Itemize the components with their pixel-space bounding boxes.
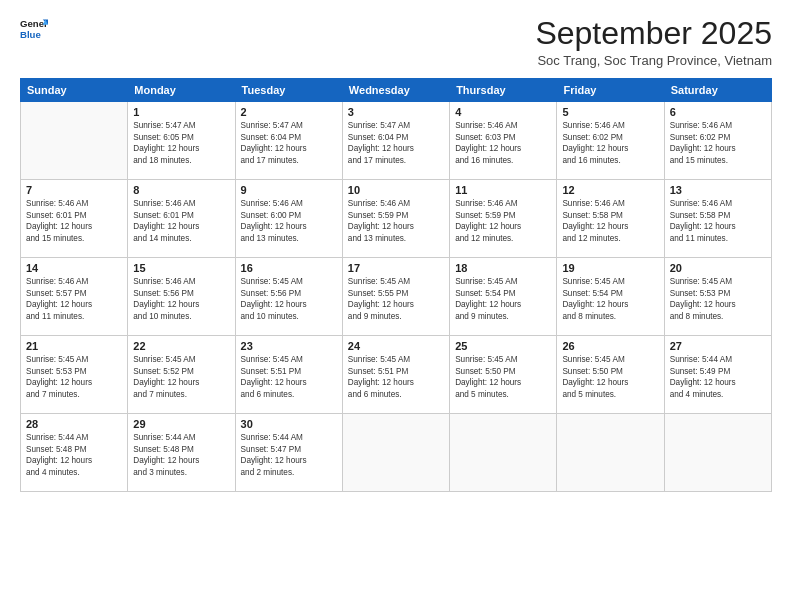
weekday-header-row: SundayMondayTuesdayWednesdayThursdayFrid… — [21, 79, 772, 102]
day-cell: 7Sunrise: 5:46 AM Sunset: 6:01 PM Daylig… — [21, 180, 128, 258]
weekday-saturday: Saturday — [664, 79, 771, 102]
day-number: 7 — [26, 184, 122, 196]
day-cell — [21, 102, 128, 180]
day-cell: 23Sunrise: 5:45 AM Sunset: 5:51 PM Dayli… — [235, 336, 342, 414]
weekday-thursday: Thursday — [450, 79, 557, 102]
calendar-table: SundayMondayTuesdayWednesdayThursdayFrid… — [20, 78, 772, 492]
day-number: 30 — [241, 418, 337, 430]
day-cell: 29Sunrise: 5:44 AM Sunset: 5:48 PM Dayli… — [128, 414, 235, 492]
day-number: 21 — [26, 340, 122, 352]
day-cell: 28Sunrise: 5:44 AM Sunset: 5:48 PM Dayli… — [21, 414, 128, 492]
day-cell: 17Sunrise: 5:45 AM Sunset: 5:55 PM Dayli… — [342, 258, 449, 336]
day-cell: 6Sunrise: 5:46 AM Sunset: 6:02 PM Daylig… — [664, 102, 771, 180]
logo: General Blue — [20, 16, 48, 44]
page-header: General Blue September 2025 Soc Trang, S… — [20, 16, 772, 68]
title-section: September 2025 Soc Trang, Soc Trang Prov… — [535, 16, 772, 68]
svg-text:Blue: Blue — [20, 29, 41, 40]
day-number: 1 — [133, 106, 229, 118]
week-row-1: 1Sunrise: 5:47 AM Sunset: 6:05 PM Daylig… — [21, 102, 772, 180]
day-info: Sunrise: 5:44 AM Sunset: 5:48 PM Dayligh… — [26, 432, 122, 478]
day-info: Sunrise: 5:46 AM Sunset: 6:03 PM Dayligh… — [455, 120, 551, 166]
day-cell: 15Sunrise: 5:46 AM Sunset: 5:56 PM Dayli… — [128, 258, 235, 336]
week-row-3: 14Sunrise: 5:46 AM Sunset: 5:57 PM Dayli… — [21, 258, 772, 336]
day-number: 16 — [241, 262, 337, 274]
day-cell — [450, 414, 557, 492]
day-cell: 10Sunrise: 5:46 AM Sunset: 5:59 PM Dayli… — [342, 180, 449, 258]
day-cell — [557, 414, 664, 492]
day-cell: 20Sunrise: 5:45 AM Sunset: 5:53 PM Dayli… — [664, 258, 771, 336]
day-number: 10 — [348, 184, 444, 196]
day-cell: 30Sunrise: 5:44 AM Sunset: 5:47 PM Dayli… — [235, 414, 342, 492]
day-number: 20 — [670, 262, 766, 274]
weekday-sunday: Sunday — [21, 79, 128, 102]
day-cell: 9Sunrise: 5:46 AM Sunset: 6:00 PM Daylig… — [235, 180, 342, 258]
day-number: 4 — [455, 106, 551, 118]
day-info: Sunrise: 5:44 AM Sunset: 5:49 PM Dayligh… — [670, 354, 766, 400]
weekday-wednesday: Wednesday — [342, 79, 449, 102]
day-info: Sunrise: 5:47 AM Sunset: 6:04 PM Dayligh… — [348, 120, 444, 166]
day-number: 8 — [133, 184, 229, 196]
month-title: September 2025 — [535, 16, 772, 51]
day-info: Sunrise: 5:46 AM Sunset: 5:59 PM Dayligh… — [455, 198, 551, 244]
day-cell — [664, 414, 771, 492]
day-info: Sunrise: 5:45 AM Sunset: 5:52 PM Dayligh… — [133, 354, 229, 400]
day-cell: 25Sunrise: 5:45 AM Sunset: 5:50 PM Dayli… — [450, 336, 557, 414]
day-number: 5 — [562, 106, 658, 118]
day-number: 12 — [562, 184, 658, 196]
day-cell: 16Sunrise: 5:45 AM Sunset: 5:56 PM Dayli… — [235, 258, 342, 336]
day-info: Sunrise: 5:45 AM Sunset: 5:50 PM Dayligh… — [562, 354, 658, 400]
location-subtitle: Soc Trang, Soc Trang Province, Vietnam — [535, 53, 772, 68]
day-cell: 24Sunrise: 5:45 AM Sunset: 5:51 PM Dayli… — [342, 336, 449, 414]
logo-icon: General Blue — [20, 16, 48, 44]
day-number: 11 — [455, 184, 551, 196]
week-row-4: 21Sunrise: 5:45 AM Sunset: 5:53 PM Dayli… — [21, 336, 772, 414]
day-cell: 22Sunrise: 5:45 AM Sunset: 5:52 PM Dayli… — [128, 336, 235, 414]
day-cell: 1Sunrise: 5:47 AM Sunset: 6:05 PM Daylig… — [128, 102, 235, 180]
day-cell: 27Sunrise: 5:44 AM Sunset: 5:49 PM Dayli… — [664, 336, 771, 414]
day-info: Sunrise: 5:44 AM Sunset: 5:47 PM Dayligh… — [241, 432, 337, 478]
day-info: Sunrise: 5:46 AM Sunset: 5:59 PM Dayligh… — [348, 198, 444, 244]
day-cell: 3Sunrise: 5:47 AM Sunset: 6:04 PM Daylig… — [342, 102, 449, 180]
day-cell: 8Sunrise: 5:46 AM Sunset: 6:01 PM Daylig… — [128, 180, 235, 258]
day-info: Sunrise: 5:45 AM Sunset: 5:53 PM Dayligh… — [26, 354, 122, 400]
day-cell: 14Sunrise: 5:46 AM Sunset: 5:57 PM Dayli… — [21, 258, 128, 336]
week-row-2: 7Sunrise: 5:46 AM Sunset: 6:01 PM Daylig… — [21, 180, 772, 258]
day-number: 27 — [670, 340, 766, 352]
day-info: Sunrise: 5:46 AM Sunset: 6:01 PM Dayligh… — [133, 198, 229, 244]
day-cell — [342, 414, 449, 492]
day-number: 14 — [26, 262, 122, 274]
day-number: 26 — [562, 340, 658, 352]
day-cell: 26Sunrise: 5:45 AM Sunset: 5:50 PM Dayli… — [557, 336, 664, 414]
day-cell: 5Sunrise: 5:46 AM Sunset: 6:02 PM Daylig… — [557, 102, 664, 180]
day-cell: 13Sunrise: 5:46 AM Sunset: 5:58 PM Dayli… — [664, 180, 771, 258]
day-number: 29 — [133, 418, 229, 430]
day-number: 19 — [562, 262, 658, 274]
day-info: Sunrise: 5:46 AM Sunset: 6:02 PM Dayligh… — [670, 120, 766, 166]
day-info: Sunrise: 5:47 AM Sunset: 6:04 PM Dayligh… — [241, 120, 337, 166]
day-info: Sunrise: 5:45 AM Sunset: 5:56 PM Dayligh… — [241, 276, 337, 322]
day-number: 22 — [133, 340, 229, 352]
day-number: 17 — [348, 262, 444, 274]
day-info: Sunrise: 5:45 AM Sunset: 5:50 PM Dayligh… — [455, 354, 551, 400]
day-cell: 12Sunrise: 5:46 AM Sunset: 5:58 PM Dayli… — [557, 180, 664, 258]
day-number: 13 — [670, 184, 766, 196]
day-number: 18 — [455, 262, 551, 274]
day-number: 9 — [241, 184, 337, 196]
day-info: Sunrise: 5:46 AM Sunset: 5:57 PM Dayligh… — [26, 276, 122, 322]
weekday-monday: Monday — [128, 79, 235, 102]
day-number: 23 — [241, 340, 337, 352]
day-number: 25 — [455, 340, 551, 352]
day-cell: 4Sunrise: 5:46 AM Sunset: 6:03 PM Daylig… — [450, 102, 557, 180]
day-info: Sunrise: 5:46 AM Sunset: 6:01 PM Dayligh… — [26, 198, 122, 244]
weekday-tuesday: Tuesday — [235, 79, 342, 102]
day-cell: 11Sunrise: 5:46 AM Sunset: 5:59 PM Dayli… — [450, 180, 557, 258]
calendar-body: 1Sunrise: 5:47 AM Sunset: 6:05 PM Daylig… — [21, 102, 772, 492]
day-info: Sunrise: 5:45 AM Sunset: 5:51 PM Dayligh… — [241, 354, 337, 400]
day-number: 2 — [241, 106, 337, 118]
day-info: Sunrise: 5:45 AM Sunset: 5:54 PM Dayligh… — [562, 276, 658, 322]
day-cell: 21Sunrise: 5:45 AM Sunset: 5:53 PM Dayli… — [21, 336, 128, 414]
day-number: 15 — [133, 262, 229, 274]
day-cell: 2Sunrise: 5:47 AM Sunset: 6:04 PM Daylig… — [235, 102, 342, 180]
week-row-5: 28Sunrise: 5:44 AM Sunset: 5:48 PM Dayli… — [21, 414, 772, 492]
day-info: Sunrise: 5:46 AM Sunset: 6:00 PM Dayligh… — [241, 198, 337, 244]
